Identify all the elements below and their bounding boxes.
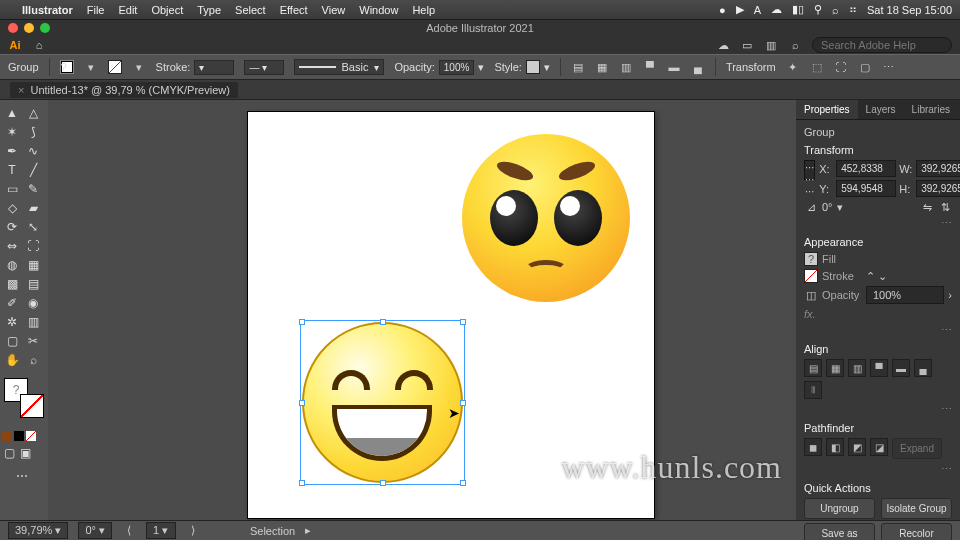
align-left-btn[interactable]: ▤ (804, 359, 822, 377)
scale-tool-icon[interactable]: ⤡ (23, 218, 43, 236)
menu-effect[interactable]: Effect (280, 4, 308, 16)
crop-icon[interactable]: ▢ (858, 60, 872, 74)
home-icon[interactable]: ⌂ (32, 38, 46, 52)
shape-builder-tool-icon[interactable]: ◍ (2, 256, 22, 274)
type-tool-icon[interactable]: T (2, 161, 22, 179)
menu-window[interactable]: Window (359, 4, 398, 16)
hand-tool-icon[interactable]: ✋ (2, 351, 22, 369)
isolate-icon[interactable]: ⬚ (810, 60, 824, 74)
search-icon[interactable]: ⌕ (832, 4, 839, 16)
traffic-lights[interactable] (8, 23, 50, 33)
align-vcenter-btn[interactable]: ▬ (892, 359, 910, 377)
fill-stroke-control[interactable]: ? (4, 378, 44, 418)
width-tool-icon[interactable]: ⇔ (2, 237, 22, 255)
recolor-button[interactable]: Recolor (881, 523, 952, 540)
slice-tool-icon[interactable]: ✂ (23, 332, 43, 350)
minimize-window-icon[interactable] (24, 23, 34, 33)
opacity-input[interactable]: 100% (439, 60, 475, 75)
direct-selection-tool-icon[interactable]: △ (23, 104, 43, 122)
color-mode-row[interactable] (2, 431, 36, 441)
cloud-icon[interactable]: ☁ (771, 3, 782, 16)
fill-swatch-panel[interactable]: ? (804, 252, 818, 266)
tab-layers[interactable]: Layers (858, 100, 904, 119)
fx-row[interactable]: fx. (804, 308, 952, 320)
graphic-style-swatch[interactable] (526, 60, 540, 74)
fill-swatch[interactable]: ? (60, 60, 74, 74)
artboard-tool-icon[interactable]: ▢ (2, 332, 22, 350)
handle-w[interactable] (299, 400, 305, 406)
lasso-tool-icon[interactable]: ⟆ (23, 123, 43, 141)
graph-tool-icon[interactable]: ▥ (23, 313, 43, 331)
flip-v-icon[interactable]: ⇅ (938, 200, 952, 214)
eraser-tool-icon[interactable]: ▰ (23, 199, 43, 217)
line-tool-icon[interactable]: ╱ (23, 161, 43, 179)
transform-label[interactable]: Transform (726, 61, 776, 73)
align-top-icon[interactable]: ▀ (643, 60, 657, 74)
shaper-tool-icon[interactable]: ◇ (2, 199, 22, 217)
magnify-icon[interactable]: ⌕ (788, 38, 802, 52)
unite-icon[interactable]: ◼ (804, 438, 822, 456)
stroke-weight-input[interactable]: ▾ (194, 60, 234, 75)
menu-object[interactable]: Object (151, 4, 183, 16)
align-more-icon[interactable]: ⋯ (804, 403, 952, 416)
canvas[interactable]: ➤ www.hunls.com (48, 100, 796, 520)
align-hcenter-btn[interactable]: ▦ (826, 359, 844, 377)
handle-nw[interactable] (299, 319, 305, 325)
align-vcenter-icon[interactable]: ▬ (667, 60, 681, 74)
menu-type[interactable]: Type (197, 4, 221, 16)
menu-edit[interactable]: Edit (118, 4, 137, 16)
isolate-group-button[interactable]: Isolate Group (881, 498, 952, 519)
handle-s[interactable] (380, 480, 386, 486)
shape-builder-icon[interactable]: ✦ (786, 60, 800, 74)
text-a-icon[interactable]: A (754, 4, 761, 16)
macos-menubar[interactable]: Illustrator File Edit Object Type Select… (0, 0, 960, 20)
record-icon[interactable]: ● (719, 4, 726, 16)
intersect-icon[interactable]: ◩ (848, 438, 866, 456)
selection-tool-icon[interactable]: ▲ (2, 104, 22, 122)
align-right-icon[interactable]: ▥ (619, 60, 633, 74)
brush-definition[interactable]: Basic ▾ (294, 59, 384, 75)
minus-front-icon[interactable]: ◧ (826, 438, 844, 456)
search-help-input[interactable] (812, 37, 952, 53)
transform-h-input[interactable] (916, 180, 960, 197)
document-icon[interactable]: ▭ (740, 38, 754, 52)
transform-x-input[interactable] (836, 160, 896, 177)
pen-tool-icon[interactable]: ✒ (2, 142, 22, 160)
save-symbol-button[interactable]: Save as Symbol (804, 523, 875, 540)
opacity-value-panel[interactable]: 100% (866, 286, 944, 304)
var-width-profile[interactable]: — ▾ (244, 60, 284, 75)
expand-button[interactable]: Expand (892, 438, 942, 459)
zoom-tool-icon[interactable]: ⌕ (23, 351, 43, 369)
transform-w-input[interactable] (916, 160, 960, 177)
more-icon[interactable]: ⋯ (882, 60, 896, 74)
play-icon[interactable]: ▶ (736, 3, 744, 16)
tab-libraries[interactable]: Libraries (904, 100, 958, 119)
stroke-swatch[interactable] (108, 60, 122, 74)
curvature-tool-icon[interactable]: ∿ (23, 142, 43, 160)
flip-h-icon[interactable]: ⇋ (920, 200, 934, 214)
align-bottom-btn[interactable]: ▄ (914, 359, 932, 377)
artboard-number[interactable]: 1 ▾ (146, 522, 176, 539)
handle-n[interactable] (380, 319, 386, 325)
tab-properties[interactable]: Properties (796, 100, 858, 119)
app-menu[interactable]: Illustrator (22, 4, 73, 16)
artboard-nav-next-icon[interactable]: ⟩ (186, 524, 200, 538)
align-hcenter-icon[interactable]: ▦ (595, 60, 609, 74)
view-angle[interactable]: 0° ▾ (78, 522, 112, 539)
rotate-tool-icon[interactable]: ⟳ (2, 218, 22, 236)
arrange-icon[interactable]: ▥ (764, 38, 778, 52)
transform-y-input[interactable] (836, 180, 896, 197)
pleading-face-emoji[interactable] (462, 134, 630, 302)
share-icon[interactable]: ☁ (716, 38, 730, 52)
rectangle-tool-icon[interactable]: ▭ (2, 180, 22, 198)
eyedropper-tool-icon[interactable]: ✐ (2, 294, 22, 312)
blend-tool-icon[interactable]: ◉ (23, 294, 43, 312)
edit-toolbar-icon[interactable]: ⋯ (2, 467, 42, 485)
stroke-dropdown-icon[interactable]: ▾ (132, 60, 146, 74)
stroke-swatch-panel[interactable] (804, 269, 818, 283)
artboard[interactable] (248, 112, 654, 518)
reference-point-icon[interactable]: ········· (804, 160, 815, 180)
maximize-window-icon[interactable] (40, 23, 50, 33)
handle-sw[interactable] (299, 480, 305, 486)
exclude-icon[interactable]: ◪ (870, 438, 888, 456)
